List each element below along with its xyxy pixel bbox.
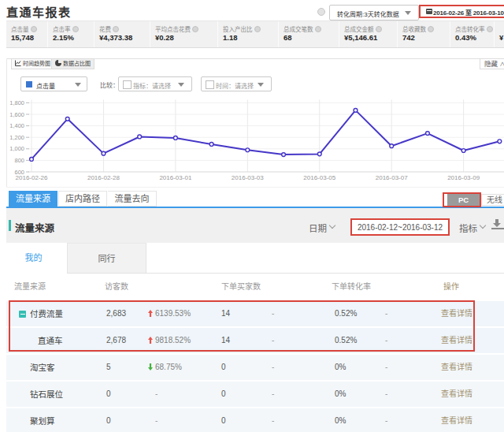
svg-text:800: 800 [14,157,24,164]
col-header-action: 操作 [443,280,459,292]
metric-label: 总收藏数 [402,24,434,33]
help-icon[interactable] [315,26,321,32]
help-icon[interactable] [113,26,119,32]
metric-value: ¥5,146.61 [344,33,377,42]
rows-annotation-box [9,300,475,352]
metric-8: 总收藏数742 [397,21,450,47]
tab-data-proportion-label: 数据占比图 [63,61,91,66]
metrics-bar: 点击量15,748点击率2.15%花费¥4,373.38平均点击花费¥0.28投… [6,20,504,48]
metric-label: 点击率 [53,24,79,33]
metric-value: 742 [402,33,415,42]
series-color-swatch [26,81,32,88]
tab-traffic-destination[interactable]: 流量去向 [108,191,157,207]
conversion-value: 0% [335,382,346,407]
view-details-link[interactable]: 查看详情 [441,355,472,380]
help-icon[interactable] [487,26,493,32]
metric-7: 总成交金额¥5,146.61 [339,21,397,47]
svg-text:2016-03-01: 2016-03-01 [159,174,191,181]
visitors-value: 5 [106,355,111,380]
time-compare-label: 时间：请选择 [216,81,254,90]
tab-traffic-source[interactable]: 流量来源 [9,191,57,207]
pie-chart-icon [55,60,61,69]
help-icon[interactable] [31,26,37,32]
metric-select-label: 点击量 [36,81,55,90]
dashboard-screen: 直通车报表 转化周期:3天转化数据 2016-02-26 至 2016-03-1… [0,0,504,432]
conversion-period-dropdown[interactable]: 转化周期:3天转化数据 [329,5,419,20]
header-date-range-text: 2016-02-26 至 2016-03-10 [433,8,504,17]
row-name: 聚划算 [30,408,55,432]
chevron-down-icon [75,83,81,87]
view-details-link[interactable]: 查看详情 [441,382,472,407]
help-icon[interactable] [428,26,434,32]
download-icon[interactable] [491,219,504,233]
metric-label: 点击量 [11,24,37,33]
chevron-up-icon: ∧ [499,61,504,67]
svg-text:2016-02-26: 2016-02-26 [16,174,48,181]
metric-2: 点击率2.15% [47,21,94,47]
date-range-text: 2016-02-12~2016-03-12 [352,223,448,232]
tab-time-trend[interactable]: 时间趋势图 [11,58,52,69]
table-row-4: 钻石展位0-0-0%-查看详情 [6,382,504,407]
metric-value: 1.18 [223,33,238,42]
chevron-down-icon [405,11,411,15]
metric-label: 投入产出比 [223,24,261,33]
help-icon[interactable] [72,26,79,32]
hide-chart-button[interactable]: 隐藏 ∧ [480,58,504,69]
row-name: 淘宝客 [30,355,55,380]
calendar-icon [426,9,432,14]
metric-5: 投入产出比1.18 [217,21,278,47]
metric-value: ¥4,373.38 [99,33,132,42]
svg-text:1,000: 1,000 [9,145,24,152]
buyers-value: 0 [221,408,226,432]
tab-peers[interactable]: 同行 [68,243,146,273]
metric-value: ¥0.28 [155,33,174,42]
svg-text:2016-02-28: 2016-02-28 [87,174,120,181]
change-value: 68.75% [155,355,182,380]
view-details-link[interactable]: 查看详情 [441,408,472,432]
metric-1: 点击量15,748 [6,21,47,47]
tab-mine[interactable]: 我的 [0,243,68,274]
indicator-filter-label[interactable]: 指标 [459,222,477,234]
chevron-down-icon [258,83,264,87]
buyers-value: 0 [221,355,226,380]
indicator-compare-dropdown[interactable]: 指标：请选择 [118,76,192,91]
metric-value: 15,748 [11,33,34,42]
date-range-box[interactable]: 2016-02-12~2016-03-12 [350,218,450,236]
time-compare-dropdown[interactable]: 时间：请选择 [201,76,272,91]
indicator-compare-label: 指标：请选择 [133,81,171,90]
header-date-range[interactable]: 2016-02-26 至 2016-03-10 [419,5,504,18]
conversion-period-label: 转化周期:3天转化数据 [337,9,399,18]
svg-text:2016-03-03: 2016-03-03 [232,174,264,181]
metric-9: 点击转化率0.43% [450,21,494,47]
svg-text:2016-03-05: 2016-03-05 [303,174,335,181]
buyers-value: 0 [221,382,226,407]
metric-value: 68 [284,33,292,42]
wireless-toggle-button[interactable]: 无线 [481,194,504,206]
metric-label: 总成交笔数 [284,24,321,33]
change-value: - [155,382,158,407]
col-header-visitors: 访客数 [105,280,128,292]
hide-chart-label: 隐藏 [484,60,498,68]
help-icon[interactable] [254,26,261,32]
info-icon [317,8,325,16]
metric-label: 总成交金额 [344,24,382,33]
col-header-buyers: 下单买家数 [221,280,261,292]
metric-select-dropdown[interactable]: 点击量 [20,76,87,91]
tab-store-path[interactable]: 店内路径 [58,191,107,207]
tab-data-proportion[interactable]: 数据占比图 [52,58,94,69]
buyers-change-value: - [272,408,274,432]
buyers-change-value: - [272,355,274,380]
svg-text:1,200: 1,200 [9,134,24,141]
help-icon[interactable] [192,26,198,32]
metric-value: 0.43% [455,33,476,42]
section-title-bar [9,220,11,231]
svg-text:2016-03-07: 2016-03-07 [376,174,408,181]
help-icon[interactable] [376,26,382,32]
indicator-checkbox[interactable] [123,80,132,89]
table-row-3: 淘宝客568.75%0-0%-查看详情 [6,355,504,380]
metric-label: 点击转化率 [455,24,493,33]
line-chart: 6008001,0001,2001,4001,6001,8002016-02-2… [0,93,504,183]
pc-annotation-box [443,192,481,207]
time-checkbox[interactable] [206,80,214,89]
date-filter-label[interactable]: 日期 [309,222,327,234]
